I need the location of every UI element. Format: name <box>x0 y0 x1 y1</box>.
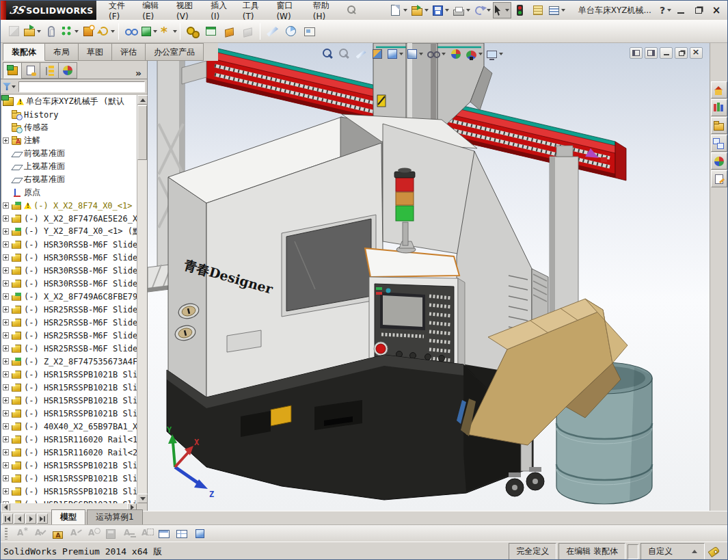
insert-components-button[interactable] <box>23 22 42 40</box>
expand-toggle-icon[interactable] <box>3 384 9 390</box>
tree-item[interactable]: 上视基准面 <box>1 160 137 173</box>
doc-minimize-button[interactable] <box>660 47 673 59</box>
tree-item[interactable]: History <box>1 108 137 121</box>
command-tab[interactable]: 装配体 <box>3 43 45 61</box>
command-tab[interactable]: 评估 <box>111 43 146 61</box>
section-view-button[interactable] <box>369 46 386 62</box>
expand-toggle-icon[interactable] <box>3 449 9 455</box>
exploded-view-button[interactable] <box>220 22 239 40</box>
view-settings-button[interactable] <box>485 46 505 62</box>
expand-toggle-icon[interactable] <box>3 410 9 416</box>
scroll-thumb[interactable] <box>137 105 147 160</box>
view-orientation-button[interactable] <box>386 46 405 62</box>
tree-item[interactable]: (-) 40X40_X2_65B97BA1_X <box>1 420 137 433</box>
tree-item[interactable]: (-) X_X2_8F74_X0_<1> <box>1 199 137 212</box>
document-tab[interactable]: 模型 <box>51 509 85 524</box>
file-explorer-tab[interactable] <box>711 117 727 134</box>
expand-toggle-icon[interactable] <box>3 319 9 325</box>
edit-appearance-button[interactable] <box>448 46 464 62</box>
propertymanager-tab[interactable] <box>21 62 40 79</box>
new-document-button[interactable] <box>388 2 409 18</box>
design-binder-button[interactable] <box>49 526 66 541</box>
solidworks-resources-tab[interactable] <box>711 81 727 98</box>
expand-toggle-icon[interactable] <box>3 293 9 299</box>
custom-properties-tab[interactable] <box>711 170 727 187</box>
filter-dropdown-icon[interactable] <box>12 85 16 88</box>
displaymanager-tab[interactable] <box>58 62 77 79</box>
expand-toggle-icon[interactable] <box>3 345 9 351</box>
weld-symbol-button[interactable] <box>120 526 137 541</box>
apply-scene-button[interactable] <box>464 46 485 62</box>
expand-toggle-icon[interactable] <box>3 202 9 209</box>
mate-button[interactable] <box>42 22 60 40</box>
minimize-button[interactable] <box>673 3 689 17</box>
new-motion-study-button[interactable] <box>183 22 202 40</box>
expand-toggle-icon[interactable] <box>3 475 9 481</box>
tree-item[interactable]: (-) HSR15RSSPB1021B Sli <box>1 485 137 498</box>
expand-toggle-icon[interactable] <box>3 215 9 222</box>
assembly-visualization-button[interactable] <box>202 22 220 40</box>
3d-scene[interactable]: 青春Designer <box>148 43 711 511</box>
open-button[interactable] <box>409 2 431 18</box>
datum-target-button[interactable] <box>66 526 84 541</box>
save-annotations-button[interactable] <box>102 526 120 541</box>
tree-item[interactable]: (-) HSR15RSSPB1021B Sli <box>1 381 137 394</box>
tree-item[interactable]: (-) Z_X2_8F747535673A4F <box>1 355 137 368</box>
design-library-tab[interactable] <box>711 99 727 116</box>
tree-item[interactable]: 注解 <box>1 134 137 147</box>
tag-icon[interactable] <box>707 546 720 557</box>
command-tab[interactable]: 布局 <box>44 43 79 61</box>
edit-component-button[interactable] <box>5 22 23 40</box>
3d-drawing-view-button[interactable] <box>191 526 208 541</box>
move-component-button[interactable] <box>97 22 116 40</box>
hide-show-items-button[interactable] <box>425 46 448 62</box>
viewport-grid-button[interactable] <box>173 526 191 541</box>
explode-line-sketch-button[interactable] <box>239 22 257 40</box>
curvature-button[interactable] <box>282 22 300 40</box>
tree-item[interactable]: (-) HSR30RSSB-M6F Slide <box>1 238 137 251</box>
close-button[interactable]: × <box>708 3 725 17</box>
expand-toggle-icon[interactable] <box>3 137 9 144</box>
appearances-scenes-tab[interactable] <box>711 152 727 170</box>
panel-overflow-button[interactable]: » <box>135 68 141 79</box>
view-palette-tab[interactable] <box>711 135 727 152</box>
linear-component-pattern-button[interactable] <box>60 22 79 40</box>
document-tab[interactable]: 运动算例1 <box>87 509 143 524</box>
expand-toggle-icon[interactable] <box>3 306 9 312</box>
units-selector[interactable]: 自定义 <box>641 543 705 560</box>
tree-item[interactable]: 传感器 <box>1 121 137 134</box>
tree-item[interactable]: (-) HSR15RSSPB1021B Sli <box>1 368 137 381</box>
reference-geometry-button[interactable] <box>159 22 177 40</box>
expand-toggle-icon[interactable] <box>3 267 9 274</box>
balloon-button[interactable] <box>84 526 102 541</box>
tree-item[interactable]: (-) HSR30RSSB-M6F Slide <box>1 251 137 264</box>
scroll-up-button[interactable] <box>137 95 148 105</box>
command-tab[interactable]: 草图 <box>78 43 112 61</box>
tree-item[interactable]: 前视基准面 <box>1 147 137 160</box>
zoom-to-fit-button[interactable] <box>320 46 336 62</box>
note-button[interactable] <box>13 526 31 541</box>
expand-toggle-icon[interactable] <box>3 423 9 429</box>
file-properties-button[interactable] <box>529 2 547 18</box>
tree-filter-input[interactable] <box>18 81 145 92</box>
doc-restore-button[interactable] <box>675 47 688 59</box>
tree-item[interactable]: (-) HSR25RSSB-M6F Slide <box>1 342 137 355</box>
options-button[interactable] <box>547 2 567 18</box>
split-view-button[interactable] <box>155 526 173 541</box>
tree-item[interactable]: 右视基准面 <box>1 173 137 186</box>
expand-toggle-icon[interactable] <box>3 371 9 377</box>
first-tab-button[interactable] <box>2 514 13 524</box>
smart-fasteners-button[interactable] <box>79 22 97 40</box>
filter-funnel-icon[interactable] <box>3 83 11 90</box>
expand-toggle-icon[interactable] <box>3 462 9 468</box>
tree-item[interactable]: (-) HSR15RSSPB1021B Sli <box>1 459 137 472</box>
photo-view-button[interactable] <box>300 22 319 40</box>
lathe-machine-body[interactable]: 青春Designer <box>167 114 548 500</box>
spell-checker-button[interactable] <box>31 526 49 541</box>
tree-item[interactable]: (-) HSR15RSSPB1021B Sli <box>1 498 137 503</box>
command-tab[interactable]: 办公室产品 <box>145 43 204 61</box>
select-button[interactable] <box>493 2 511 18</box>
save-button[interactable] <box>431 2 451 18</box>
next-tab-button[interactable] <box>25 514 36 524</box>
previous-view-button[interactable] <box>353 46 369 62</box>
